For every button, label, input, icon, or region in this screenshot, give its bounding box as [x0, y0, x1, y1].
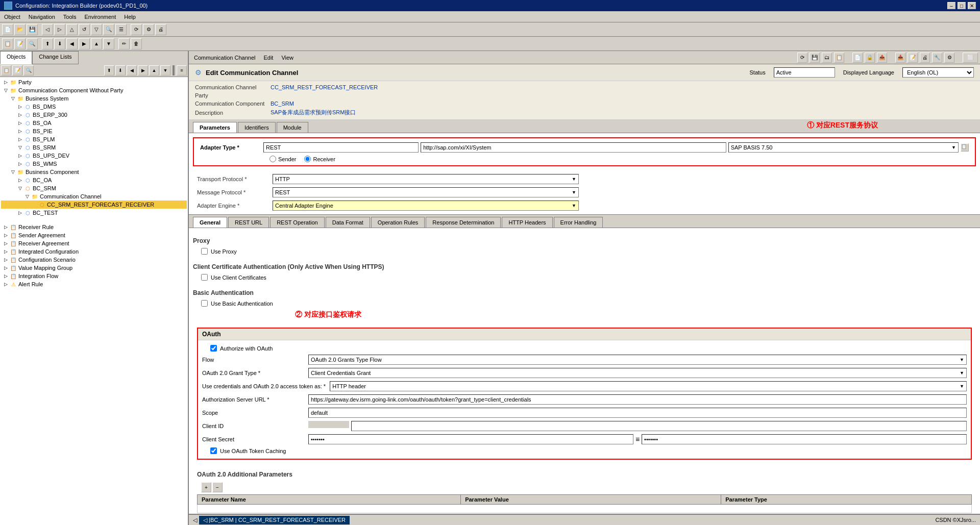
sidebar-expand-integration-flow[interactable]: ▷	[2, 272, 9, 280]
tree-item-comm-comp[interactable]: ▽ 📁 Communication Component Without Part…	[1, 86, 187, 94]
tree-expand-bs-dms[interactable]: ▷	[16, 103, 23, 110]
tree-expand-party[interactable]: ▷	[2, 79, 9, 86]
menu-navigation[interactable]: Navigation	[24, 13, 59, 21]
right-tb-btn5[interactable]: 📄	[852, 53, 863, 63]
sidebar-item-config-scenario[interactable]: ▷ 📋 Configuration Scenario	[1, 256, 187, 264]
radio-receiver-input[interactable]	[304, 156, 311, 162]
toolbar-btn-new[interactable]: 📄	[2, 24, 13, 35]
right-tb-btn12[interactable]: ⚙	[944, 53, 954, 63]
menu-object[interactable]: Object	[0, 13, 24, 21]
left-toolbar-btn5[interactable]: ⬇	[115, 65, 126, 76]
right-tb-btn6[interactable]: 🔒	[865, 53, 875, 63]
toolbar2-btn5[interactable]: ⬇	[54, 38, 65, 49]
left-toolbar-btn6[interactable]: ◀	[127, 65, 137, 76]
right-tb-btn7[interactable]: 📤	[877, 53, 887, 63]
toolbar2-btn11[interactable]: 🗑	[131, 38, 142, 49]
toolbar-btn-search[interactable]: 🔍	[103, 24, 114, 35]
table-add-btn[interactable]: +	[201, 482, 211, 492]
tree-expand-bc[interactable]: ▽	[9, 168, 16, 176]
tree-item-bc-srm[interactable]: ▽ ⬡ BC_SRM	[1, 184, 187, 192]
adapter-engine-select[interactable]: Central Adapter Engine ▼	[273, 201, 579, 211]
oauth-client-secret-input1[interactable]	[308, 434, 633, 444]
right-tb-btn4[interactable]: 📋	[834, 53, 844, 63]
oauth-credentials-select[interactable]: HTTP header ▼	[330, 381, 967, 391]
toolbar-btn-filter[interactable]: ☰	[115, 24, 127, 35]
status-input[interactable]	[774, 67, 835, 78]
tab-identifiers[interactable]: Identifiers	[238, 122, 276, 133]
toolbar2-btn2[interactable]: 📝	[14, 38, 26, 49]
right-tb-btn9[interactable]: 📝	[908, 53, 918, 63]
right-tb-btn1[interactable]: ⟳	[797, 53, 807, 63]
tree-expand-bs[interactable]: ▽	[9, 95, 16, 102]
radio-sender[interactable]: Sender	[270, 156, 296, 162]
right-menu-edit[interactable]: Edit	[260, 54, 276, 62]
tree-item-bs-srm[interactable]: ▽ ⬡ BS_SRM	[1, 143, 187, 152]
menu-tools[interactable]: Tools	[59, 13, 81, 21]
toolbar2-btn3[interactable]: 🔍	[27, 38, 38, 49]
use-basic-auth-checkbox[interactable]	[201, 300, 208, 307]
tab-response-determination[interactable]: Response Determination	[426, 217, 501, 228]
tree-item-bs-erp[interactable]: ▷ ⬡ BS_ERP_300	[1, 111, 187, 119]
tree-expand-bs-srm[interactable]: ▽	[16, 144, 23, 151]
toolbar2-btn6[interactable]: ◀	[66, 38, 78, 49]
left-toolbar-btn7[interactable]: ▶	[138, 65, 148, 76]
right-menu-view[interactable]: View	[278, 54, 297, 62]
left-toolbar-btn8[interactable]: ▲	[149, 65, 159, 76]
tree-expand-bs-wms[interactable]: ▷	[16, 160, 23, 167]
tree-item-bc-test[interactable]: ▷ ⬡ BC_TEST	[1, 209, 187, 217]
oauth-scope-input[interactable]	[308, 408, 967, 418]
sidebar-item-sender-agreement[interactable]: ▷ 📋 Sender Agreement	[1, 231, 187, 239]
toolbar2-btn1[interactable]: 📋	[2, 38, 13, 49]
radio-sender-input[interactable]	[270, 156, 276, 162]
tab-data-format[interactable]: Data Format	[326, 217, 370, 228]
sidebar-expand-receiver-rule[interactable]: ▷	[2, 223, 9, 231]
close-button[interactable]: ✕	[968, 2, 976, 9]
tab-objects[interactable]: Objects	[0, 51, 32, 64]
tree-expand-bs-erp[interactable]: ▷	[16, 111, 23, 118]
left-toolbar-btn2[interactable]: 📝	[12, 65, 22, 76]
tree-item-bs-plm[interactable]: ▷ ⬡ BS_PLM	[1, 135, 187, 143]
right-tb-btn-expand[interactable]: ⬜	[963, 53, 978, 63]
toolbar2-btn9[interactable]: ▼	[103, 38, 114, 49]
copy-button[interactable]: 📋	[961, 143, 969, 152]
tree-item-comm-channel-folder[interactable]: ▽ 📁 Communication Channel	[1, 192, 187, 201]
tree-expand-bc-oa[interactable]: ▷	[16, 177, 23, 184]
toolbar2-btn10[interactable]: ✏	[118, 38, 130, 49]
maximize-button[interactable]: □	[958, 2, 966, 9]
tab-rest-operation[interactable]: REST Operation	[270, 217, 325, 228]
tree-item-bc-oa[interactable]: ▷ ⬡ BC_OA	[1, 176, 187, 184]
token-caching-checkbox[interactable]	[210, 447, 217, 454]
left-toolbar-btn1[interactable]: 📋	[1, 65, 11, 76]
sidebar-item-value-mapping[interactable]: ▷ 📋 Value Mapping Group	[1, 264, 187, 272]
sidebar-item-integrated-config[interactable]: ▷ 📋 Integrated Configuration	[1, 247, 187, 256]
toolbar2-btn7[interactable]: ▶	[79, 38, 90, 49]
right-tb-btn11[interactable]: 🔧	[932, 53, 942, 63]
oauth-grant-type-select[interactable]: Client Credentials Grant ▼	[308, 368, 967, 378]
tab-parameters[interactable]: Parameters	[193, 122, 237, 133]
message-protocol-select[interactable]: REST ▼	[273, 187, 579, 197]
tab-rest-url[interactable]: REST URL	[228, 217, 269, 228]
use-client-certs-checkbox[interactable]	[201, 274, 208, 281]
left-toolbar-btn4[interactable]: ⬆	[104, 65, 114, 76]
tree-expand-bs-oa[interactable]: ▷	[16, 119, 23, 127]
tree-expand-bs-pie[interactable]: ▷	[16, 128, 23, 135]
tree-expand-bs-ups[interactable]: ▷	[16, 152, 23, 159]
toolbar2-btn4[interactable]: ⬆	[42, 38, 53, 49]
radio-receiver[interactable]: Receiver	[304, 156, 335, 162]
tab-http-headers[interactable]: HTTP Headers	[502, 217, 552, 228]
oauth-auth-server-input[interactable]	[308, 394, 967, 405]
toolbar-btn-history[interactable]: ↺	[79, 24, 90, 35]
minimize-button[interactable]: –	[947, 2, 955, 9]
toolbar-btn-forward[interactable]: ▷	[54, 24, 65, 35]
table-delete-btn[interactable]: −	[212, 482, 223, 492]
toolbar-btn-save[interactable]: 💾	[27, 24, 38, 35]
tree-expand-bc-srm[interactable]: ▽	[16, 185, 23, 192]
sidebar-item-receiver-agreement[interactable]: ▷ 📋 Receiver Agreement	[1, 239, 187, 247]
tab-operation-rules[interactable]: Operation Rules	[371, 217, 425, 228]
tree-item-cc-srm-rest[interactable]: ⬡ CC_SRM_REST_FORECAST_RECEIVER	[1, 201, 187, 209]
left-toolbar-btn10[interactable]: ≡	[177, 65, 187, 76]
toolbar-btn-refresh[interactable]: ⟳	[131, 24, 142, 35]
sidebar-expand-receiver-agreement[interactable]: ▷	[2, 240, 9, 247]
sidebar-item-alert-rule[interactable]: ▷ ⚠ Alert Rule	[1, 280, 187, 288]
tab-general[interactable]: General	[193, 217, 227, 228]
